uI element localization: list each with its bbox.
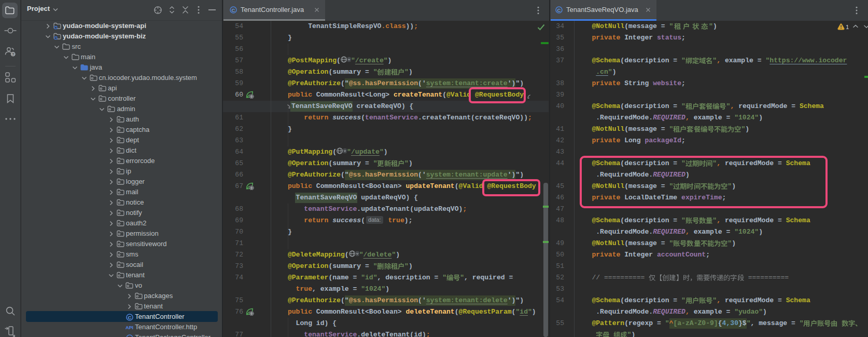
svg-text:1: 1: [846, 24, 849, 30]
svg-text:API: API: [125, 325, 133, 330]
svg-text:C: C: [557, 7, 561, 13]
svg-text:C: C: [128, 314, 131, 320]
svg-text:C: C: [128, 335, 131, 337]
svg-text:C: C: [232, 7, 235, 13]
svg-text:?: ?: [12, 52, 15, 57]
